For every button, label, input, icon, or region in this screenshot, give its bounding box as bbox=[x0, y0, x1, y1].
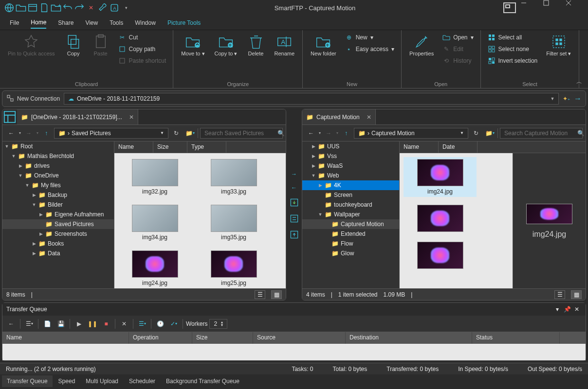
tree-item[interactable]: ▼📁Root bbox=[2, 141, 114, 151]
copy-to-button[interactable]: +Copy to ▾ bbox=[211, 32, 241, 59]
file-thumbnail[interactable] bbox=[404, 203, 477, 234]
queue-pin-icon[interactable]: 📌 bbox=[562, 306, 572, 313]
copy-path-button[interactable]: Copy path bbox=[115, 44, 169, 54]
queue-list-icon[interactable]: ☰▾ bbox=[23, 318, 35, 330]
undo-icon[interactable] bbox=[62, 2, 73, 13]
tree-item[interactable]: ▼📁Mathias Berchtold bbox=[2, 151, 114, 161]
folder-plus-icon[interactable]: + bbox=[51, 2, 61, 13]
tree-item[interactable]: ▶📁drives bbox=[2, 161, 114, 171]
app-icon[interactable]: A bbox=[109, 2, 120, 13]
tree-item[interactable]: 📁Glow bbox=[302, 248, 399, 258]
tree-item[interactable]: 📁Flow bbox=[302, 239, 399, 248]
wrench-icon[interactable] bbox=[97, 2, 108, 13]
folder-open-icon[interactable] bbox=[16, 2, 26, 13]
go-icon[interactable]: → bbox=[574, 94, 582, 103]
menu-view[interactable]: View bbox=[85, 18, 98, 28]
right-thumbs[interactable]: img24.jpg bbox=[400, 153, 513, 288]
properties-button[interactable]: Properties bbox=[405, 32, 438, 59]
select-none-button[interactable]: Select none bbox=[485, 44, 541, 54]
workers-spinner[interactable]: 2▴▾ bbox=[209, 319, 227, 329]
sync-both-icon[interactable] bbox=[290, 214, 299, 223]
search-input[interactable] bbox=[204, 130, 277, 137]
bottom-tab[interactable]: Multi Upload bbox=[81, 375, 123, 387]
minimize-button[interactable] bbox=[521, 0, 543, 16]
folder-action-button[interactable]: 📁▾ bbox=[484, 127, 496, 139]
refresh-button[interactable]: ↻ bbox=[170, 127, 182, 139]
tree-item[interactable]: ▼📁OneDrive bbox=[2, 171, 114, 180]
file-thumbnail[interactable]: img25.jpg bbox=[197, 248, 270, 288]
tree-item[interactable]: ▼📁Bilder bbox=[2, 200, 114, 210]
tab-close-icon[interactable]: ✕ bbox=[129, 114, 134, 121]
rename-button[interactable]: ARename bbox=[271, 32, 299, 59]
pane-icon[interactable] bbox=[2, 109, 17, 124]
queue-filter-icon[interactable]: ☰▾ bbox=[136, 318, 148, 330]
file-thumbnail[interactable]: img32.jpg bbox=[118, 157, 191, 197]
left-tab[interactable]: 📁 [OneDrive - 2018-11-21T022159]... ✕ bbox=[17, 109, 138, 124]
paste-button[interactable]: Paste bbox=[88, 32, 113, 59]
tree-item[interactable]: ▶📁WaaS bbox=[302, 161, 399, 171]
sync-down-icon[interactable] bbox=[290, 198, 299, 207]
bottom-tab[interactable]: Transfer Queue bbox=[2, 375, 53, 387]
sync-up-icon[interactable] bbox=[290, 230, 299, 239]
queue-column[interactable]: Destination bbox=[346, 332, 472, 344]
right-breadcrumb[interactable]: 📁 › Captured Motion▼ bbox=[354, 128, 468, 139]
back-button[interactable]: ← bbox=[305, 127, 317, 139]
tree-item[interactable]: 📁Captured Motion bbox=[302, 219, 399, 229]
menu-share[interactable]: Share bbox=[58, 18, 74, 28]
bottom-tab[interactable]: Background Transfer Queue bbox=[161, 375, 244, 387]
queue-close-icon[interactable]: ✕ bbox=[572, 306, 582, 313]
forward-button[interactable]: → bbox=[323, 127, 334, 139]
tree-item[interactable]: 📁touchkeyboard bbox=[302, 200, 399, 210]
tree-item[interactable]: ▶📁Data bbox=[2, 248, 114, 258]
tree-item[interactable]: ▶📁Eigene Aufnahmen bbox=[2, 210, 114, 219]
filter-set-button[interactable]: Filter set ▾ bbox=[542, 32, 575, 59]
delete-button[interactable]: Delete bbox=[243, 32, 269, 59]
tree-item[interactable]: 📁Screen bbox=[302, 190, 399, 200]
queue-columns[interactable]: NameOperationSizeSourceDestinationStatus bbox=[2, 332, 586, 344]
up-button[interactable]: ↑ bbox=[40, 127, 52, 139]
cut-button[interactable]: ✂Cut bbox=[115, 32, 169, 43]
tree-item[interactable]: ▼📁My files bbox=[2, 180, 114, 190]
refresh-button[interactable]: ↻ bbox=[470, 127, 482, 139]
left-tree[interactable]: ▼📁Root▼📁Mathias Berchtold▶📁drives▼📁OneDr… bbox=[2, 141, 114, 288]
up-button[interactable]: ↑ bbox=[340, 127, 352, 139]
tab-close-icon[interactable]: ✕ bbox=[367, 114, 371, 121]
menu-picture-tools[interactable]: Picture Tools bbox=[167, 18, 201, 28]
new-button[interactable]: ⊕New ▾ bbox=[342, 32, 397, 43]
queue-doc-icon[interactable]: 📄 bbox=[41, 318, 53, 330]
favorite-icon[interactable]: ✦+ bbox=[563, 95, 570, 102]
history-button[interactable]: ⟲History bbox=[440, 55, 476, 66]
queue-stop-icon[interactable]: ■ bbox=[100, 318, 112, 330]
queue-delete-icon[interactable]: ✕ bbox=[118, 318, 130, 330]
folder-action-button[interactable]: 📁▾ bbox=[184, 127, 196, 139]
file-thumbnail[interactable]: img33.jpg bbox=[197, 157, 270, 197]
column-header[interactable]: Name bbox=[114, 141, 153, 153]
qat-dropdown-icon[interactable]: ▾ bbox=[121, 2, 131, 13]
menu-window[interactable]: Window bbox=[135, 18, 156, 28]
tree-item[interactable]: ▼📁Web bbox=[302, 171, 399, 180]
document-icon[interactable] bbox=[39, 2, 50, 13]
close-button[interactable] bbox=[566, 0, 588, 16]
maximize-button[interactable] bbox=[543, 0, 566, 16]
ribbon-collapse-icon[interactable]: ︿ bbox=[576, 78, 582, 86]
left-breadcrumb[interactable]: 📁 › Saved Pictures▼ bbox=[54, 128, 168, 139]
new-folder-button[interactable]: +New folder bbox=[307, 32, 340, 59]
file-thumbnail[interactable] bbox=[404, 240, 477, 271]
file-thumbnail[interactable]: img34.jpg bbox=[118, 203, 191, 243]
search-input[interactable] bbox=[504, 130, 577, 137]
arrow-left-icon[interactable]: ← bbox=[291, 184, 297, 191]
search-icon[interactable]: 🔍 bbox=[277, 130, 285, 137]
back-button[interactable]: ← bbox=[5, 127, 17, 139]
queue-pause-icon[interactable]: ❚❚ bbox=[87, 318, 98, 330]
right-search[interactable]: 🔍 bbox=[500, 128, 583, 139]
easy-access-button[interactable]: ⭑Easy access ▾ bbox=[342, 44, 397, 54]
right-tree[interactable]: ▶📁UUS▶📁Vss▶📁WaaS▼📁Web▶📁4K📁Screen📁touchke… bbox=[302, 141, 400, 288]
queue-menu-icon[interactable]: ▾ bbox=[552, 306, 562, 313]
menu-file[interactable]: File bbox=[10, 18, 19, 28]
right-tab[interactable]: 📁 Captured Motion ✕ bbox=[302, 109, 376, 124]
tree-item[interactable]: ▶📁UUS bbox=[302, 141, 399, 151]
left-thumbs[interactable]: img32.jpgimg33.jpgimg34.jpgimg35.jpgimg2… bbox=[114, 153, 286, 288]
paste-shortcut-button[interactable]: Paste shortcut bbox=[115, 55, 169, 66]
tree-item[interactable]: ▶📁4K bbox=[302, 180, 399, 190]
tree-item[interactable]: ▶📁Screenshots bbox=[2, 229, 114, 239]
